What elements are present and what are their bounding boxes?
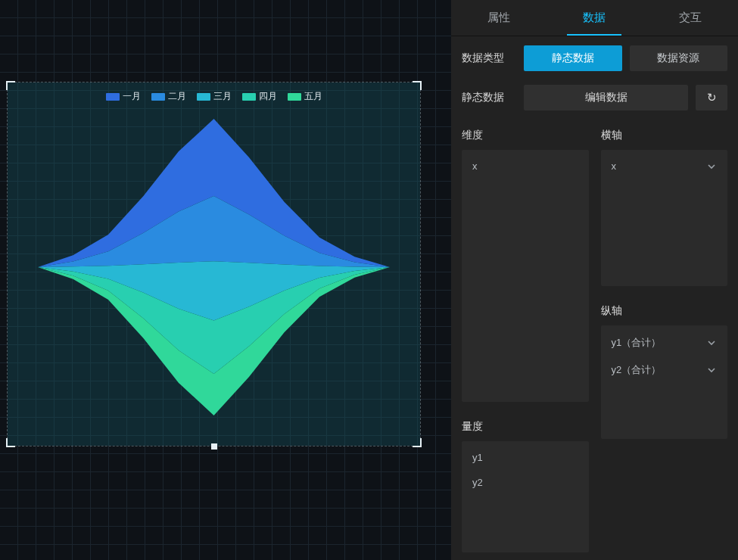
field-label: y1 <box>472 452 483 463</box>
legend-label: 三月 <box>213 90 232 103</box>
label-vertical-axis: 纵轴 <box>601 304 728 318</box>
label-dimension: 维度 <box>462 129 589 142</box>
legend-swatch <box>242 93 256 101</box>
chevron-down-icon <box>706 338 717 348</box>
dimension-field[interactable]: x <box>471 157 580 175</box>
refresh-button[interactable]: ↻ <box>696 85 727 110</box>
field-label: x <box>472 160 478 172</box>
themeriver-chart <box>8 104 420 446</box>
legend-swatch <box>151 93 165 101</box>
legend-item: 三月 <box>197 90 232 103</box>
horizontal-axis-field[interactable]: x <box>610 157 719 175</box>
legend-label: 四月 <box>259 90 277 103</box>
measure-field[interactable]: y2 <box>471 474 580 491</box>
measure-well[interactable]: y1 y2 <box>462 441 589 552</box>
canvas-area[interactable]: 一月 二月 三月 四月 五月 <box>0 0 451 560</box>
inspector-tabs: 属性 数据 交互 <box>451 0 738 36</box>
legend-swatch <box>197 93 210 101</box>
chart-legend: 一月 二月 三月 四月 五月 <box>8 90 420 103</box>
field-label: y2 <box>472 477 483 488</box>
horizontal-axis-well[interactable]: x <box>601 150 728 286</box>
legend-item: 四月 <box>242 90 277 103</box>
vertical-axis-field[interactable]: y2（合计） <box>610 360 719 380</box>
legend-item: 五月 <box>288 90 322 103</box>
refresh-icon: ↻ <box>707 91 717 104</box>
inspector-sidebar: 属性 数据 交互 数据类型 静态数据 数据资源 静态数据 编辑数据 ↻ <box>451 0 738 560</box>
legend-label: 二月 <box>168 90 186 103</box>
tab-attributes[interactable]: 属性 <box>451 0 546 36</box>
label-static-data: 静态数据 <box>462 91 524 104</box>
legend-swatch <box>288 93 301 101</box>
dimension-well[interactable]: x <box>462 150 589 402</box>
tab-data[interactable]: 数据 <box>546 0 642 36</box>
measure-field[interactable]: y1 <box>471 449 580 466</box>
resize-handle-tr[interactable] <box>413 81 422 90</box>
vertical-axis-well[interactable]: y1（合计） y2（合计） <box>601 325 728 439</box>
row-static-data: 静态数据 编辑数据 ↻ <box>462 85 727 110</box>
chevron-down-icon <box>706 365 717 375</box>
resize-handle-tl[interactable] <box>6 81 15 90</box>
vertical-axis-field[interactable]: y1（合计） <box>610 333 719 353</box>
tab-interaction[interactable]: 交互 <box>643 0 738 36</box>
option-data-source[interactable]: 数据资源 <box>630 45 728 71</box>
legend-label: 一月 <box>123 90 141 103</box>
chevron-down-icon <box>706 161 717 172</box>
legend-item: 二月 <box>151 90 186 103</box>
legend-label: 五月 <box>304 90 322 103</box>
label-measure: 量度 <box>462 420 589 434</box>
field-label: y1（合计） <box>612 336 662 350</box>
legend-swatch <box>106 93 120 101</box>
field-label: x <box>612 160 617 172</box>
legend-item: 一月 <box>106 90 141 103</box>
option-static-data[interactable]: 静态数据 <box>524 45 622 71</box>
label-data-type: 数据类型 <box>462 51 524 65</box>
chart-widget[interactable]: 一月 二月 三月 四月 五月 <box>8 82 420 446</box>
row-data-type: 数据类型 静态数据 数据资源 <box>462 45 727 71</box>
edit-data-button[interactable]: 编辑数据 <box>524 85 688 110</box>
label-horizontal-axis: 横轴 <box>601 129 728 142</box>
field-label: y2（合计） <box>612 363 662 377</box>
